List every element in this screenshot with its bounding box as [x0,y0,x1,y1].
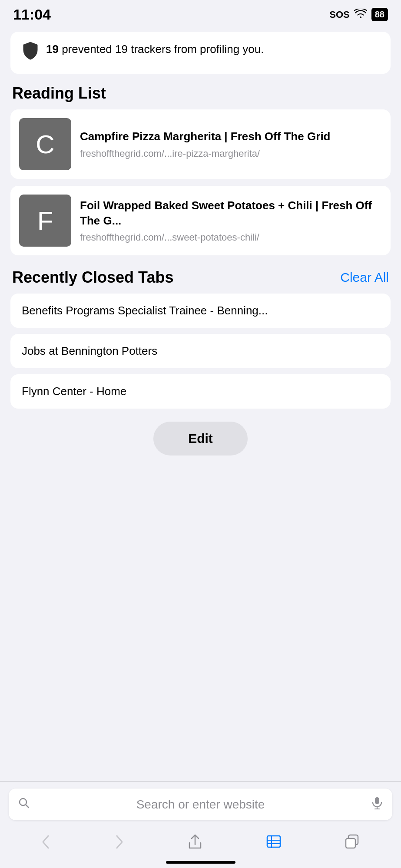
search-bar-wrap: Search or enter website [0,782,401,825]
svg-rect-5 [267,836,280,847]
reading-item-1[interactable]: C Campfire Pizza Margherita | Fresh Off … [10,109,391,179]
battery-indicator: 88 [371,8,388,21]
mic-icon [371,796,383,812]
edit-button-wrap: Edit [0,422,401,455]
sos-indicator: SOS [329,9,349,20]
home-indicator [0,861,401,868]
reading-info-1: Campfire Pizza Margherita | Fresh Off Th… [80,129,382,159]
wifi-icon [354,9,367,21]
tracker-card: 19 prevented 19 trackers from profiling … [10,32,391,74]
closed-tabs-title: Recently Closed Tabs [12,268,173,287]
reading-title-2: Foil Wrapped Baked Sweet Potatoes + Chil… [80,198,382,228]
bookmarks-button[interactable] [262,830,286,854]
search-bar[interactable]: Search or enter website [9,789,392,820]
reading-item-2[interactable]: F Foil Wrapped Baked Sweet Potatoes + Ch… [10,186,391,255]
status-bar: 11:04 SOS 88 [0,0,401,27]
home-bar [166,861,235,864]
tracker-message: 19 prevented 19 trackers from profiling … [46,41,264,57]
svg-rect-7 [346,838,355,848]
status-time: 11:04 [13,6,51,23]
reading-thumb-2: F [19,195,71,247]
reading-list-title: Reading List [0,84,401,102]
closed-tab-item-1[interactable]: Benefits Programs Specialist Trainee - B… [10,294,391,328]
closed-tabs-section: Recently Closed Tabs Clear All Benefits … [0,268,401,409]
bottom-bar: Search or enter website [0,781,401,868]
svg-line-1 [26,805,29,808]
edit-button[interactable]: Edit [153,422,248,455]
closed-tabs-header: Recently Closed Tabs Clear All [0,268,401,287]
reading-title-1: Campfire Pizza Margherita | Fresh Off Th… [80,129,382,144]
closed-tab-item-2[interactable]: Jobs at Bennington Potters [10,334,391,368]
forward-button[interactable] [110,830,129,854]
reading-thumb-letter-2: F [37,206,53,236]
nav-bar [0,825,401,861]
reading-url-1: freshoffthegrid.com/...ire-pizza-margher… [80,148,382,159]
reading-thumb-letter-1: C [36,129,54,159]
reading-list-section: Reading List C Campfire Pizza Margherita… [0,84,401,255]
reading-info-2: Foil Wrapped Baked Sweet Potatoes + Chil… [80,198,382,243]
reading-url-2: freshoffthegrid.com/...sweet-potatoes-ch… [80,232,382,243]
back-button[interactable] [36,830,55,854]
share-button[interactable] [183,830,207,854]
search-icon [18,797,30,812]
shield-icon [22,41,39,64]
closed-tab-item-3[interactable]: Flynn Center - Home [10,374,391,409]
svg-rect-2 [375,797,379,804]
status-icons: SOS 88 [329,8,388,21]
reading-thumb-1: C [19,118,71,170]
clear-all-button[interactable]: Clear All [340,270,389,285]
tabs-button[interactable] [341,830,365,854]
search-placeholder: Search or enter website [36,798,365,812]
